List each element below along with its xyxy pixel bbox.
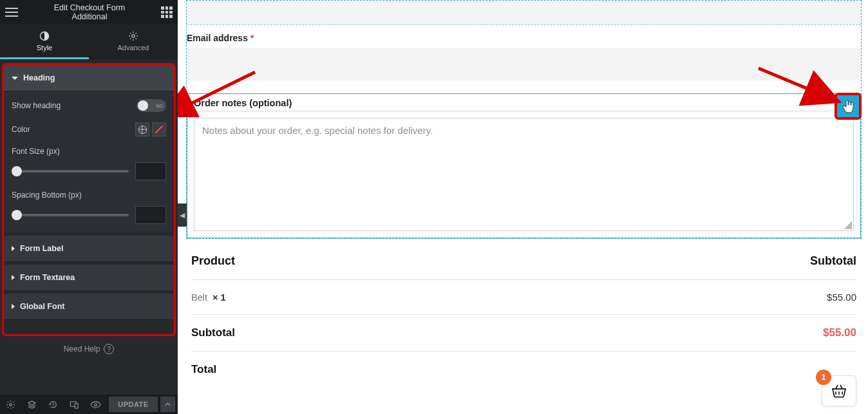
hand-cursor-icon — [842, 99, 854, 114]
section-form-label[interactable]: Form Label — [4, 236, 174, 262]
section-form-label-title: Form Label — [20, 244, 63, 253]
svg-point-1 — [132, 35, 135, 37]
update-button[interactable]: UPDATE — [109, 397, 157, 412]
row-font-size: Font Size (px) — [12, 147, 166, 180]
color-controls — [135, 122, 166, 136]
row-show-heading: Show heading NO — [12, 99, 166, 112]
caret-up-icon — [165, 402, 171, 406]
sidebar-tabs: Style Advanced — [0, 24, 178, 59]
caret-right-icon — [12, 304, 15, 309]
spacing-bottom-slider[interactable] — [12, 214, 129, 216]
hamburger-icon[interactable] — [5, 8, 18, 17]
cart-floating-button[interactable]: 1 — [822, 375, 856, 406]
tab-style-label: Style — [37, 44, 52, 52]
email-label: Email address — [187, 33, 248, 43]
order-notes-heading: Order notes (optional) — [187, 94, 860, 111]
apps-grid-icon[interactable] — [161, 6, 173, 18]
review-item-row: Belt × 1 $55.00 — [191, 280, 856, 315]
item-price: $55.00 — [827, 292, 856, 303]
tab-style[interactable]: Style — [0, 24, 89, 59]
review-header-row: Product Subtotal — [191, 243, 856, 280]
email-input[interactable] — [187, 48, 861, 80]
item-qty: × 1 — [212, 292, 226, 303]
tab-advanced-label: Advanced — [118, 44, 149, 52]
font-size-label: Font Size (px) — [12, 147, 166, 156]
show-heading-toggle[interactable]: NO — [137, 99, 166, 112]
global-color-button[interactable] — [135, 122, 149, 136]
section-global-font-title: Global Font — [20, 302, 64, 311]
review-subtotal-row: Subtotal $55.00 — [191, 315, 856, 352]
subtotal-label: Subtotal — [191, 326, 235, 339]
responsive-icon[interactable] — [64, 395, 85, 414]
font-size-value-input[interactable] — [135, 162, 166, 180]
no-color-button[interactable] — [152, 122, 166, 136]
section-heading-label: Heading — [23, 73, 55, 82]
slider-thumb[interactable] — [12, 166, 22, 176]
section-form-textarea-title: Form Textarea — [20, 273, 75, 282]
item-name: Belt — [191, 292, 207, 303]
navigator-icon[interactable] — [21, 395, 42, 414]
update-options-button[interactable] — [160, 397, 175, 412]
product-header: Product — [191, 254, 235, 268]
order-notes-placeholder: Notes about your order, e.g. special not… — [202, 125, 433, 136]
svg-rect-4 — [75, 403, 79, 408]
settings-icon[interactable] — [0, 395, 21, 414]
sidebar-footer: UPDATE — [0, 395, 178, 414]
gear-icon — [128, 31, 138, 41]
caret-down-icon — [12, 77, 18, 80]
contrast-icon — [39, 31, 50, 41]
order-notes-widget[interactable]: Order notes (optional) Notes about your … — [187, 93, 861, 238]
spacing-bottom-slider-row — [12, 206, 166, 224]
toggle-state: NO — [156, 104, 164, 108]
spacing-bottom-label: Spacing Bottom (px) — [12, 191, 166, 200]
section-heading[interactable]: Heading — [4, 65, 174, 91]
highlighted-panel: Heading Show heading NO Color Font Size … — [2, 63, 176, 336]
preview-canvas: Email address * Order notes (optional) N… — [186, 0, 862, 414]
need-help-label: Need Help — [64, 344, 100, 353]
row-spacing-bottom: Spacing Bottom (px) — [12, 191, 166, 224]
section-form-textarea[interactable]: Form Textarea — [4, 265, 174, 291]
phone-input[interactable] — [187, 1, 861, 25]
section-global-font[interactable]: Global Font — [4, 294, 174, 320]
order-notes-textarea[interactable]: Notes about your order, e.g. special not… — [194, 118, 854, 231]
sidebar-title-line1: Edit Checkout Form — [18, 3, 161, 12]
help-icon: ? — [104, 344, 114, 354]
svg-point-5 — [95, 403, 97, 406]
caret-right-icon — [12, 246, 15, 251]
editor-sidebar: Edit Checkout Form Additional Style Adva… — [0, 0, 178, 414]
subtotal-header: Subtotal — [810, 254, 856, 268]
font-size-slider-row — [12, 162, 166, 180]
review-total-row: Total — [191, 352, 856, 388]
basket-icon — [831, 384, 847, 398]
subtotal-value: $55.00 — [823, 326, 856, 339]
section-heading-body: Show heading NO Color Font Size (px) — [4, 91, 174, 232]
need-help-link[interactable]: Need Help ? — [0, 336, 178, 362]
preview-icon[interactable] — [85, 395, 106, 414]
svg-point-2 — [10, 403, 12, 406]
email-label-row: Email address * — [187, 25, 861, 48]
color-label: Color — [12, 125, 30, 134]
font-size-slider[interactable] — [12, 170, 129, 173]
total-label: Total — [191, 363, 216, 376]
row-color: Color — [12, 122, 166, 136]
caret-right-icon — [12, 275, 15, 280]
globe-icon — [138, 126, 147, 134]
sidebar-header: Edit Checkout Form Additional — [0, 0, 178, 24]
tab-advanced[interactable]: Advanced — [89, 24, 178, 59]
order-review: Product Subtotal Belt × 1 $55.00 Subtota… — [186, 243, 862, 388]
slider-thumb[interactable] — [12, 210, 22, 220]
collapse-sidebar-handle[interactable]: ◀ — [178, 203, 187, 227]
widget-edit-handle[interactable] — [835, 93, 862, 120]
history-icon[interactable] — [42, 395, 64, 414]
review-item-left: Belt × 1 — [191, 292, 226, 303]
checkout-form-section: Email address * Order notes (optional) N… — [186, 0, 862, 239]
sidebar-title-line2: Additional — [18, 12, 161, 21]
show-heading-label: Show heading — [12, 101, 61, 110]
resize-handle-icon[interactable] — [844, 221, 852, 229]
required-mark: * — [250, 33, 254, 43]
cart-count-badge: 1 — [816, 370, 831, 385]
sidebar-title: Edit Checkout Form Additional — [18, 3, 161, 22]
toggle-knob — [138, 100, 148, 111]
spacing-bottom-value-input[interactable] — [135, 206, 166, 224]
